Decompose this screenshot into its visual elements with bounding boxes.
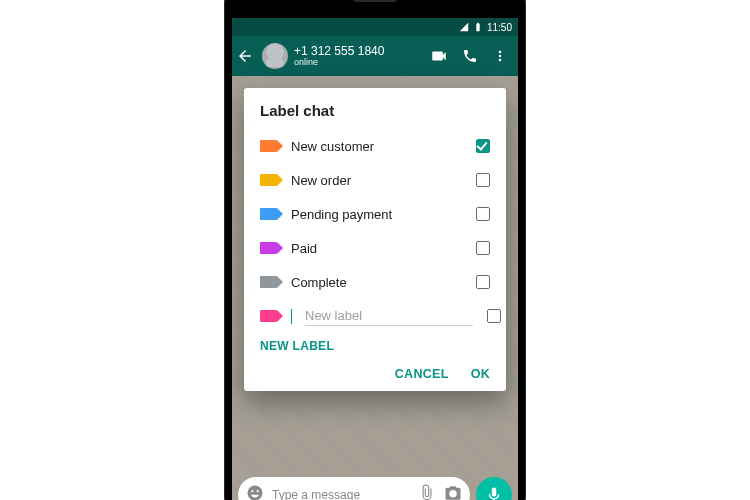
screen: 11:50 +1 312 555 1840 online xyxy=(232,18,518,500)
new-label-input[interactable] xyxy=(305,306,473,326)
chat-header: +1 312 555 1840 online xyxy=(232,36,518,76)
label-checkbox[interactable] xyxy=(476,139,490,153)
label-checkbox[interactable] xyxy=(476,207,490,221)
mic-button[interactable] xyxy=(476,477,512,500)
attach-icon[interactable] xyxy=(418,484,436,500)
chat-phone-number: +1 312 555 1840 xyxy=(294,45,424,58)
back-icon[interactable] xyxy=(236,47,256,65)
label-row[interactable]: New order xyxy=(260,163,490,197)
label-name: Paid xyxy=(291,241,462,256)
tag-icon xyxy=(260,140,277,152)
phone-speaker xyxy=(353,0,397,2)
label-row[interactable]: Complete xyxy=(260,265,490,299)
label-checkbox[interactable] xyxy=(476,241,490,255)
avatar[interactable] xyxy=(262,43,288,69)
camera-icon[interactable] xyxy=(444,484,462,500)
label-row[interactable]: New customer xyxy=(260,129,490,163)
emoji-icon[interactable] xyxy=(246,484,264,500)
label-checkbox[interactable] xyxy=(476,173,490,187)
tag-icon xyxy=(260,276,277,288)
label-row[interactable]: Paid xyxy=(260,231,490,265)
text-cursor xyxy=(291,309,292,324)
tag-icon xyxy=(260,208,277,220)
compose-placeholder: Type a message xyxy=(272,488,410,500)
tag-icon xyxy=(260,174,277,186)
battery-icon xyxy=(473,22,483,32)
label-name: Complete xyxy=(291,275,462,290)
voice-call-icon[interactable] xyxy=(462,48,478,64)
label-checkbox[interactable] xyxy=(476,275,490,289)
chat-title-block[interactable]: +1 312 555 1840 online xyxy=(294,45,424,67)
more-icon[interactable] xyxy=(492,48,508,64)
android-statusbar: 11:50 xyxy=(232,18,518,36)
label-name: New order xyxy=(291,173,462,188)
signal-icon xyxy=(459,22,469,32)
dialog-title: Label chat xyxy=(260,102,490,119)
phone-frame: 11:50 +1 312 555 1840 online xyxy=(224,0,526,500)
chat-presence: online xyxy=(294,58,424,67)
tag-icon xyxy=(260,310,277,322)
new-label-button[interactable]: NEW LABEL xyxy=(260,339,490,353)
cancel-button[interactable]: CANCEL xyxy=(395,367,449,381)
ok-button[interactable]: OK xyxy=(471,367,490,381)
label-row[interactable]: Pending payment xyxy=(260,197,490,231)
statusbar-time: 11:50 xyxy=(487,22,512,33)
label-chat-dialog: Label chat New customer New order Pendin… xyxy=(244,88,506,391)
video-call-icon[interactable] xyxy=(430,47,448,65)
composer: Type a message xyxy=(238,476,512,500)
tag-icon xyxy=(260,242,277,254)
phone-bezel xyxy=(232,0,518,18)
label-name: Pending payment xyxy=(291,207,462,222)
new-label-row xyxy=(260,299,490,333)
label-name: New customer xyxy=(291,139,462,154)
label-checkbox[interactable] xyxy=(487,309,501,323)
compose-box[interactable]: Type a message xyxy=(238,477,470,500)
